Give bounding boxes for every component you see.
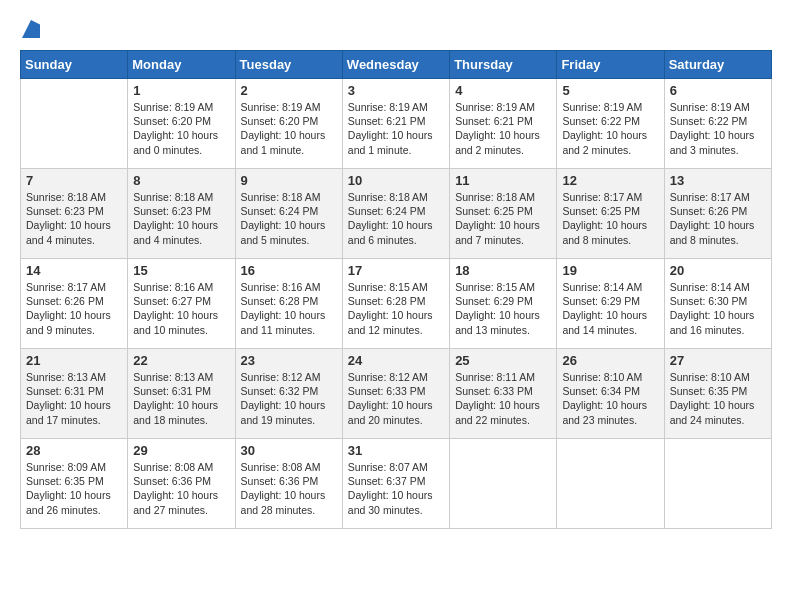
day-number: 24	[348, 353, 444, 368]
weekday-header-thursday: Thursday	[450, 51, 557, 79]
day-number: 25	[455, 353, 551, 368]
day-number: 27	[670, 353, 766, 368]
logo	[20, 20, 40, 38]
day-info: Sunrise: 8:19 AM Sunset: 6:22 PM Dayligh…	[562, 100, 658, 157]
day-number: 9	[241, 173, 337, 188]
calendar-week-2: 14Sunrise: 8:17 AM Sunset: 6:26 PM Dayli…	[21, 259, 772, 349]
day-info: Sunrise: 8:08 AM Sunset: 6:36 PM Dayligh…	[133, 460, 229, 517]
calendar-cell: 30Sunrise: 8:08 AM Sunset: 6:36 PM Dayli…	[235, 439, 342, 529]
calendar-cell: 1Sunrise: 8:19 AM Sunset: 6:20 PM Daylig…	[128, 79, 235, 169]
calendar-cell: 18Sunrise: 8:15 AM Sunset: 6:29 PM Dayli…	[450, 259, 557, 349]
day-number: 20	[670, 263, 766, 278]
calendar-cell: 27Sunrise: 8:10 AM Sunset: 6:35 PM Dayli…	[664, 349, 771, 439]
day-info: Sunrise: 8:14 AM Sunset: 6:29 PM Dayligh…	[562, 280, 658, 337]
day-number: 16	[241, 263, 337, 278]
calendar-cell: 24Sunrise: 8:12 AM Sunset: 6:33 PM Dayli…	[342, 349, 449, 439]
calendar-cell: 31Sunrise: 8:07 AM Sunset: 6:37 PM Dayli…	[342, 439, 449, 529]
day-number: 28	[26, 443, 122, 458]
day-number: 11	[455, 173, 551, 188]
day-info: Sunrise: 8:17 AM Sunset: 6:26 PM Dayligh…	[26, 280, 122, 337]
day-info: Sunrise: 8:15 AM Sunset: 6:28 PM Dayligh…	[348, 280, 444, 337]
day-number: 12	[562, 173, 658, 188]
day-info: Sunrise: 8:19 AM Sunset: 6:20 PM Dayligh…	[133, 100, 229, 157]
day-number: 31	[348, 443, 444, 458]
calendar-cell: 22Sunrise: 8:13 AM Sunset: 6:31 PM Dayli…	[128, 349, 235, 439]
day-number: 22	[133, 353, 229, 368]
calendar-cell: 9Sunrise: 8:18 AM Sunset: 6:24 PM Daylig…	[235, 169, 342, 259]
day-info: Sunrise: 8:18 AM Sunset: 6:25 PM Dayligh…	[455, 190, 551, 247]
day-number: 5	[562, 83, 658, 98]
day-info: Sunrise: 8:16 AM Sunset: 6:28 PM Dayligh…	[241, 280, 337, 337]
day-number: 3	[348, 83, 444, 98]
weekday-header-wednesday: Wednesday	[342, 51, 449, 79]
calendar-cell: 3Sunrise: 8:19 AM Sunset: 6:21 PM Daylig…	[342, 79, 449, 169]
calendar-cell: 14Sunrise: 8:17 AM Sunset: 6:26 PM Dayli…	[21, 259, 128, 349]
day-info: Sunrise: 8:13 AM Sunset: 6:31 PM Dayligh…	[26, 370, 122, 427]
day-number: 18	[455, 263, 551, 278]
page: SundayMondayTuesdayWednesdayThursdayFrid…	[0, 0, 792, 549]
svg-marker-0	[22, 20, 40, 38]
calendar-cell: 13Sunrise: 8:17 AM Sunset: 6:26 PM Dayli…	[664, 169, 771, 259]
day-number: 10	[348, 173, 444, 188]
calendar-week-0: 1Sunrise: 8:19 AM Sunset: 6:20 PM Daylig…	[21, 79, 772, 169]
calendar-week-4: 28Sunrise: 8:09 AM Sunset: 6:35 PM Dayli…	[21, 439, 772, 529]
day-number: 15	[133, 263, 229, 278]
day-number: 17	[348, 263, 444, 278]
day-info: Sunrise: 8:19 AM Sunset: 6:22 PM Dayligh…	[670, 100, 766, 157]
day-number: 30	[241, 443, 337, 458]
day-info: Sunrise: 8:16 AM Sunset: 6:27 PM Dayligh…	[133, 280, 229, 337]
calendar-cell: 12Sunrise: 8:17 AM Sunset: 6:25 PM Dayli…	[557, 169, 664, 259]
weekday-header-saturday: Saturday	[664, 51, 771, 79]
calendar-cell: 23Sunrise: 8:12 AM Sunset: 6:32 PM Dayli…	[235, 349, 342, 439]
day-info: Sunrise: 8:12 AM Sunset: 6:33 PM Dayligh…	[348, 370, 444, 427]
calendar-cell	[557, 439, 664, 529]
calendar-cell: 25Sunrise: 8:11 AM Sunset: 6:33 PM Dayli…	[450, 349, 557, 439]
day-info: Sunrise: 8:18 AM Sunset: 6:23 PM Dayligh…	[133, 190, 229, 247]
calendar-cell: 17Sunrise: 8:15 AM Sunset: 6:28 PM Dayli…	[342, 259, 449, 349]
day-number: 8	[133, 173, 229, 188]
day-info: Sunrise: 8:18 AM Sunset: 6:24 PM Dayligh…	[348, 190, 444, 247]
calendar-cell: 7Sunrise: 8:18 AM Sunset: 6:23 PM Daylig…	[21, 169, 128, 259]
calendar-cell: 6Sunrise: 8:19 AM Sunset: 6:22 PM Daylig…	[664, 79, 771, 169]
calendar-cell	[450, 439, 557, 529]
calendar-cell: 28Sunrise: 8:09 AM Sunset: 6:35 PM Dayli…	[21, 439, 128, 529]
calendar-cell: 29Sunrise: 8:08 AM Sunset: 6:36 PM Dayli…	[128, 439, 235, 529]
calendar-cell: 10Sunrise: 8:18 AM Sunset: 6:24 PM Dayli…	[342, 169, 449, 259]
day-number: 1	[133, 83, 229, 98]
day-info: Sunrise: 8:18 AM Sunset: 6:23 PM Dayligh…	[26, 190, 122, 247]
day-info: Sunrise: 8:19 AM Sunset: 6:21 PM Dayligh…	[455, 100, 551, 157]
day-info: Sunrise: 8:18 AM Sunset: 6:24 PM Dayligh…	[241, 190, 337, 247]
calendar-cell: 8Sunrise: 8:18 AM Sunset: 6:23 PM Daylig…	[128, 169, 235, 259]
weekday-header-row: SundayMondayTuesdayWednesdayThursdayFrid…	[21, 51, 772, 79]
day-info: Sunrise: 8:14 AM Sunset: 6:30 PM Dayligh…	[670, 280, 766, 337]
day-number: 23	[241, 353, 337, 368]
calendar-cell: 19Sunrise: 8:14 AM Sunset: 6:29 PM Dayli…	[557, 259, 664, 349]
day-info: Sunrise: 8:19 AM Sunset: 6:21 PM Dayligh…	[348, 100, 444, 157]
day-number: 6	[670, 83, 766, 98]
calendar-cell: 20Sunrise: 8:14 AM Sunset: 6:30 PM Dayli…	[664, 259, 771, 349]
day-info: Sunrise: 8:13 AM Sunset: 6:31 PM Dayligh…	[133, 370, 229, 427]
day-number: 26	[562, 353, 658, 368]
day-info: Sunrise: 8:15 AM Sunset: 6:29 PM Dayligh…	[455, 280, 551, 337]
calendar-cell: 21Sunrise: 8:13 AM Sunset: 6:31 PM Dayli…	[21, 349, 128, 439]
day-info: Sunrise: 8:19 AM Sunset: 6:20 PM Dayligh…	[241, 100, 337, 157]
calendar-cell: 11Sunrise: 8:18 AM Sunset: 6:25 PM Dayli…	[450, 169, 557, 259]
calendar-table: SundayMondayTuesdayWednesdayThursdayFrid…	[20, 50, 772, 529]
day-info: Sunrise: 8:10 AM Sunset: 6:35 PM Dayligh…	[670, 370, 766, 427]
calendar-cell: 2Sunrise: 8:19 AM Sunset: 6:20 PM Daylig…	[235, 79, 342, 169]
calendar-cell	[664, 439, 771, 529]
day-info: Sunrise: 8:10 AM Sunset: 6:34 PM Dayligh…	[562, 370, 658, 427]
calendar-cell: 5Sunrise: 8:19 AM Sunset: 6:22 PM Daylig…	[557, 79, 664, 169]
weekday-header-friday: Friday	[557, 51, 664, 79]
calendar-cell: 15Sunrise: 8:16 AM Sunset: 6:27 PM Dayli…	[128, 259, 235, 349]
weekday-header-monday: Monday	[128, 51, 235, 79]
day-number: 4	[455, 83, 551, 98]
calendar-cell: 26Sunrise: 8:10 AM Sunset: 6:34 PM Dayli…	[557, 349, 664, 439]
header	[20, 20, 772, 38]
day-info: Sunrise: 8:17 AM Sunset: 6:26 PM Dayligh…	[670, 190, 766, 247]
day-info: Sunrise: 8:09 AM Sunset: 6:35 PM Dayligh…	[26, 460, 122, 517]
day-number: 7	[26, 173, 122, 188]
day-number: 21	[26, 353, 122, 368]
day-info: Sunrise: 8:12 AM Sunset: 6:32 PM Dayligh…	[241, 370, 337, 427]
day-number: 19	[562, 263, 658, 278]
